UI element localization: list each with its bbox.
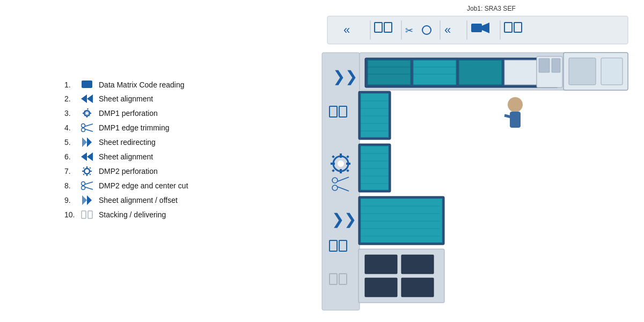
- svg-rect-113: [552, 58, 560, 72]
- svg-rect-74: [510, 112, 521, 128]
- svg-rect-46: [322, 53, 360, 310]
- svg-rect-56: [346, 163, 350, 165]
- svg-rect-93: [361, 146, 389, 190]
- toolbar-scissors-icon: ✂: [405, 25, 413, 36]
- svg-rect-100: [361, 199, 442, 243]
- svg-point-52: [338, 160, 344, 167]
- svg-rect-108: [401, 255, 434, 274]
- svg-point-73: [508, 97, 523, 112]
- svg-rect-55: [331, 163, 335, 165]
- toolbar-rewind-icon: «: [343, 23, 350, 36]
- svg-rect-109: [365, 278, 397, 297]
- svg-rect-86: [361, 93, 389, 137]
- job-label: Job1: SRA3 SEF: [467, 5, 516, 12]
- toolbar-align-icon: «: [444, 23, 451, 36]
- svg-rect-107: [365, 255, 397, 274]
- svg-rect-54: [340, 169, 342, 173]
- machine-diagram: Job1: SRA3 SEF « ✂ « ❯❯ ❯❯: [0, 0, 644, 322]
- svg-rect-41: [471, 24, 482, 32]
- svg-rect-71: [569, 58, 596, 85]
- svg-rect-110: [401, 278, 434, 297]
- svg-rect-112: [539, 58, 550, 72]
- svg-text:❯❯: ❯❯: [333, 68, 357, 85]
- svg-rect-80: [504, 60, 537, 85]
- svg-rect-72: [601, 58, 623, 85]
- svg-rect-77: [368, 60, 411, 85]
- svg-rect-79: [459, 60, 502, 85]
- svg-rect-53: [340, 153, 342, 158]
- svg-rect-78: [413, 60, 456, 85]
- svg-text:❯❯: ❯❯: [332, 211, 356, 228]
